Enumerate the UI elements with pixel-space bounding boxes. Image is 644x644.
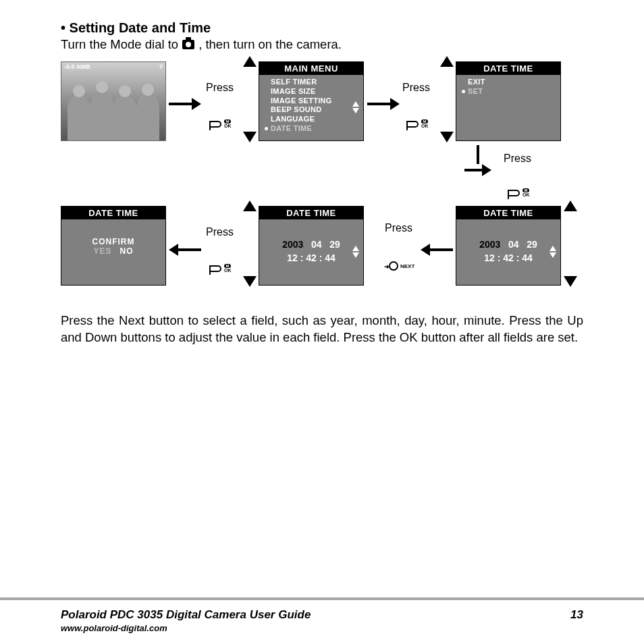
- time-field: 12 : 42 : 44: [484, 252, 533, 263]
- triangle-down-icon: [243, 132, 257, 142]
- triangle-down-icon: [440, 132, 454, 142]
- triangle-down-icon: [564, 276, 577, 287]
- scroll-indicator-icon: [352, 101, 359, 113]
- confirm-yes: YES: [93, 246, 111, 256]
- menu-item: LANGUAGE: [271, 115, 315, 124]
- arrow-down-right-icon: [464, 145, 491, 176]
- intro-text: Turn the Mode dial to , then turn on the…: [61, 37, 583, 52]
- osd-left: -0.0 AWB: [64, 63, 90, 70]
- up-down-hint: [243, 200, 257, 287]
- press-label: Press: [504, 153, 531, 165]
- ok-button-icon: MOK: [509, 188, 530, 197]
- ok-label: OK: [522, 192, 530, 197]
- triangle-down-icon: [243, 276, 257, 287]
- menu-item: EXIT: [468, 78, 485, 87]
- ok-label: OK: [224, 268, 232, 273]
- datetime-menu-screen: DATE TIME EXIT SET: [456, 61, 561, 141]
- osd-right: 7: [159, 63, 163, 70]
- ok-label: OK: [224, 124, 232, 128]
- menu-item-selected: DATE TIME: [271, 124, 312, 134]
- arrow-right-icon: [367, 98, 400, 110]
- next-label: NEXT: [400, 263, 414, 269]
- confirm-no: NO: [120, 246, 134, 256]
- up-down-hint: [564, 200, 577, 287]
- ok-button-icon: MOK: [211, 119, 232, 128]
- ok-button-icon: MOK: [211, 264, 232, 273]
- screen-title: MAIN MENU: [259, 62, 363, 75]
- datetime-value-screen-2: DATE TIME 2003 04 29 12 : 42 : 44: [259, 206, 364, 286]
- up-down-hint: [440, 56, 454, 142]
- screen-title: DATE TIME: [259, 207, 363, 219]
- up-down-hint: [243, 56, 257, 142]
- month-field: 04: [311, 239, 322, 250]
- month-field: 04: [508, 239, 519, 250]
- body-paragraph: Press the Next button to select a field,…: [61, 313, 583, 346]
- datetime-value-screen-1: DATE TIME 2003 04 29 12 : 42 : 44: [456, 206, 561, 286]
- menu-item: IMAGE SETTING: [271, 97, 332, 106]
- menu-item: IMAGE SIZE: [271, 87, 316, 97]
- footer-url: www.polaroid-digital.com: [61, 623, 583, 633]
- day-field: 29: [329, 239, 340, 250]
- press-label: Press: [206, 226, 234, 238]
- triangle-up-icon: [564, 200, 577, 211]
- arrow-left-icon: [421, 244, 453, 256]
- press-label: Press: [402, 82, 430, 94]
- ok-label: OK: [421, 124, 429, 128]
- arrow-left-icon: [169, 244, 201, 256]
- main-menu-screen: MAIN MENU SELF TIMER IMAGE SIZE IMAGE SE…: [259, 61, 364, 141]
- year-field: 2003: [479, 239, 500, 250]
- flow-diagram: -0.0 AWB 7 Press MOK MAIN MENU SELF TIME…: [61, 61, 583, 304]
- page-number: 13: [570, 608, 583, 622]
- menu-item: SELF TIMER: [271, 78, 317, 87]
- triangle-up-icon: [243, 56, 257, 67]
- next-button-icon: ➜NEXT: [389, 261, 414, 271]
- year-field: 2003: [282, 239, 303, 250]
- screen-title: DATE TIME: [61, 207, 165, 219]
- menu-item: BEEP SOUND: [271, 105, 322, 115]
- press-label: Press: [385, 222, 412, 234]
- day-field: 29: [527, 239, 537, 250]
- intro-after: , then turn on the camera.: [198, 37, 342, 52]
- page-footer: Polaroid PDC 3035 Digital Camera User Gu…: [0, 597, 644, 644]
- scroll-indicator-icon: [352, 246, 359, 258]
- triangle-up-icon: [243, 200, 257, 211]
- screen-title: DATE TIME: [456, 62, 560, 75]
- footer-guide-title: Polaroid PDC 3035 Digital Camera User Gu…: [61, 608, 311, 622]
- menu-item-selected: SET: [468, 87, 483, 97]
- confirm-label: CONFIRM: [67, 237, 160, 246]
- section-heading: • Setting Date and Time: [61, 20, 583, 36]
- press-label: Press: [206, 82, 234, 94]
- arrow-right-icon: [169, 98, 201, 110]
- time-field: 12 : 42 : 44: [287, 252, 336, 263]
- intro-before: Turn the Mode dial to: [61, 37, 178, 52]
- camera-icon: [182, 40, 194, 49]
- ok-button-icon: MOK: [408, 119, 429, 128]
- screen-title: DATE TIME: [456, 207, 560, 219]
- scroll-indicator-icon: [549, 246, 556, 258]
- camera-preview-screen: -0.0 AWB 7: [61, 61, 166, 141]
- confirm-screen: DATE TIME CONFIRM YESNO: [61, 206, 166, 286]
- triangle-up-icon: [440, 56, 454, 67]
